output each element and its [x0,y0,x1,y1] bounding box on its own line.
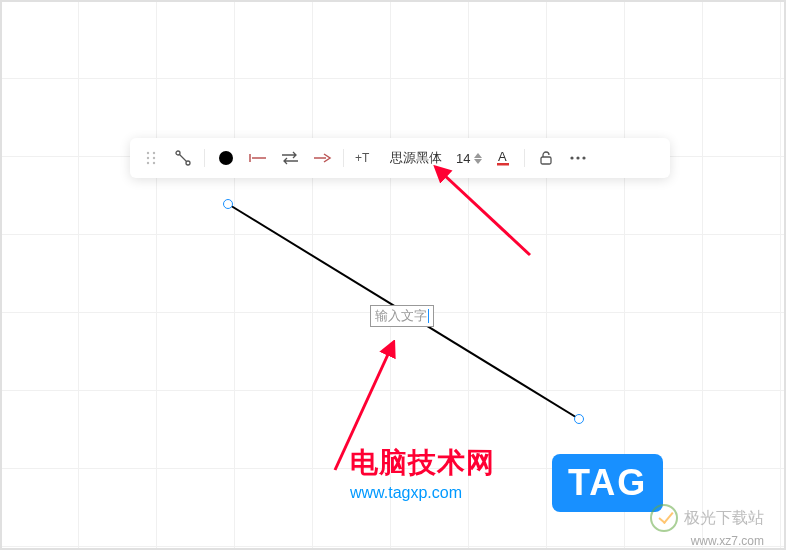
more-options-button[interactable] [563,143,593,173]
font-size-stepper[interactable]: 14 [452,151,486,166]
watermark-logo-icon [650,504,678,532]
svg-rect-17 [541,157,551,164]
svg-text:A: A [498,149,507,164]
line-endpoint-end[interactable] [574,414,584,424]
watermark-site2-name: 极光下载站 [684,508,764,529]
svg-point-1 [147,152,149,154]
floating-toolbar: +T 思源黑体 14 A [130,138,670,178]
svg-point-2 [153,152,155,154]
svg-point-3 [147,157,149,159]
svg-point-19 [577,156,580,159]
svg-point-7 [176,151,180,155]
connector-type-button[interactable] [168,143,198,173]
svg-point-4 [153,157,155,159]
fill-color-button[interactable] [211,143,241,173]
stepper-arrows-icon[interactable] [474,153,482,164]
svg-point-18 [571,156,574,159]
font-size-value: 14 [456,151,470,166]
line-end-style-button[interactable] [307,143,337,173]
watermark-title: 电脑技术网 [350,444,495,482]
svg-line-21 [442,173,530,255]
watermark-site2: 极光下载站 [650,504,764,532]
text-cursor [428,309,429,323]
svg-point-20 [583,156,586,159]
toolbar-separator [343,149,344,167]
text-placeholder: 输入文字 [375,307,427,325]
line-start-style-button[interactable] [243,143,273,173]
svg-line-9 [180,155,187,162]
svg-point-5 [147,162,149,164]
svg-point-6 [153,162,155,164]
svg-point-10 [219,151,233,165]
tag-badge: TAG [552,454,663,512]
svg-point-8 [186,161,190,165]
line-swap-button[interactable] [275,143,305,173]
annotation-arrow-icon [430,165,550,265]
watermark-site2-url: www.xz7.com [691,534,764,548]
line-endpoint-start[interactable] [223,199,233,209]
svg-text:+T: +T [355,151,370,165]
add-text-button[interactable]: +T [350,143,380,173]
line-text-input[interactable]: 输入文字 [370,305,434,327]
drag-handle-icon[interactable] [136,143,166,173]
watermark-url: www.tagxp.com [350,484,495,502]
watermark-site1: 电脑技术网 www.tagxp.com [350,444,495,502]
toolbar-separator [204,149,205,167]
